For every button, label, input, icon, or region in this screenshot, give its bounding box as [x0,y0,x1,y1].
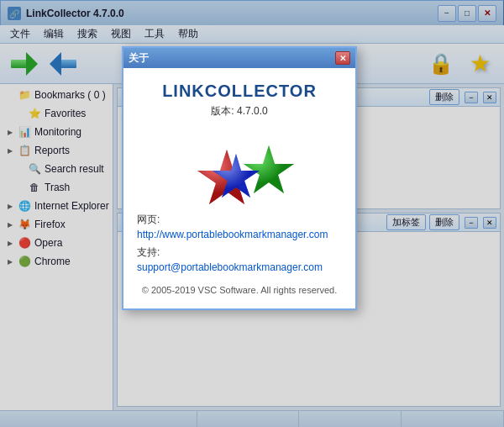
about-webpage-section: 网页: http://www.portablebookmarkmanager.c… [137,213,342,240]
stars-graphic [181,129,298,213]
version-label: 版本: [211,105,234,117]
about-title-text: 关于 [129,51,335,66]
about-body: LINKCOLLECTOR 版本: 4.7.0.0 [123,68,355,308]
about-close-button[interactable]: ✕ [335,51,350,65]
modal-overlay: 关于 ✕ LINKCOLLECTOR 版本: 4.7.0.0 [0,0,504,427]
about-version-line: 版本: 4.7.0.0 [211,104,267,119]
version-value: 4.7.0.0 [237,105,268,117]
support-email-link[interactable]: support@portablebookmarkmanager.com [137,261,323,273]
about-support-section: 支持: support@portablebookmarkmanager.com [137,245,342,273]
about-title-bar: 关于 ✕ [123,48,355,68]
webpage-label: 网页: [137,213,342,227]
support-label: 支持: [137,245,342,260]
webpage-link[interactable]: http://www.portablebookmarkmanager.com [137,229,328,240]
svg-marker-5 [244,145,294,193]
about-copyright: © 2005-2019 VSC Software. All rights res… [142,285,338,295]
about-dialog: 关于 ✕ LINKCOLLECTOR 版本: 4.7.0.0 [122,46,357,310]
about-logo: LINKCOLLECTOR [162,82,317,101]
